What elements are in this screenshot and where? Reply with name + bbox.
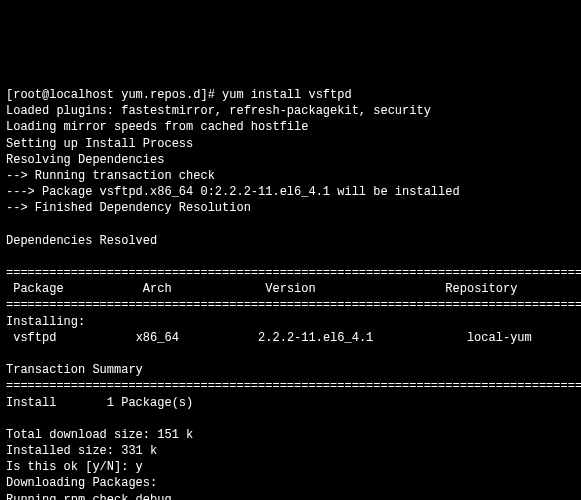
- col-repo: Repository: [445, 282, 517, 296]
- output-line: Downloading Packages:: [6, 476, 157, 490]
- installing-header: Installing:: [6, 315, 85, 329]
- table-rule: ========================================…: [6, 266, 581, 280]
- output-line: Dependencies Resolved: [6, 234, 157, 248]
- output-line: ---> Package vsftpd.x86_64 0:2.2.2-11.el…: [6, 185, 460, 199]
- cell-package: vsftpd: [6, 331, 56, 345]
- col-package: Package: [13, 282, 63, 296]
- cell-version: 2.2.2-11.el6_4.1: [258, 331, 373, 345]
- output-line: --> Running transaction check: [6, 169, 215, 183]
- output-line: Install 1 Package(s): [6, 396, 193, 410]
- confirm-prompt[interactable]: Is this ok [y/N]: y: [6, 460, 143, 474]
- cell-repo: local-yum: [467, 331, 532, 345]
- col-version: Version: [265, 282, 315, 296]
- output-line: Running rpm_check_debug: [6, 493, 172, 500]
- output-line: Total download size: 151 k: [6, 428, 193, 442]
- terminal-output: [root@localhost yum.repos.d]# yum instal…: [6, 71, 575, 500]
- summary-title: Transaction Summary: [6, 363, 143, 377]
- blank-line: [6, 217, 13, 231]
- table-row: vsftpd x86_64 2.2.2-11.el6_4.1 local-yum…: [6, 331, 581, 345]
- blank-line: [6, 347, 13, 361]
- prompt-line[interactable]: [root@localhost yum.repos.d]# yum instal…: [6, 88, 352, 102]
- command-text: yum install vsftpd: [222, 88, 352, 102]
- col-arch: Arch: [143, 282, 172, 296]
- output-line: Loaded plugins: fastestmirror, refresh-p…: [6, 104, 431, 118]
- table-rule: ========================================…: [6, 379, 581, 393]
- blank-line: [6, 250, 13, 264]
- table-rule: ========================================…: [6, 298, 581, 312]
- blank-line: [6, 412, 13, 426]
- output-line: Resolving Dependencies: [6, 153, 164, 167]
- output-line: Setting up Install Process: [6, 137, 193, 151]
- output-line: Installed size: 331 k: [6, 444, 157, 458]
- shell-prompt: [root@localhost yum.repos.d]#: [6, 88, 222, 102]
- output-line: --> Finished Dependency Resolution: [6, 201, 251, 215]
- table-header-row: Package Arch Version Repository Size: [6, 282, 581, 296]
- output-line: Loading mirror speeds from cached hostfi…: [6, 120, 308, 134]
- cell-arch: x86_64: [136, 331, 179, 345]
